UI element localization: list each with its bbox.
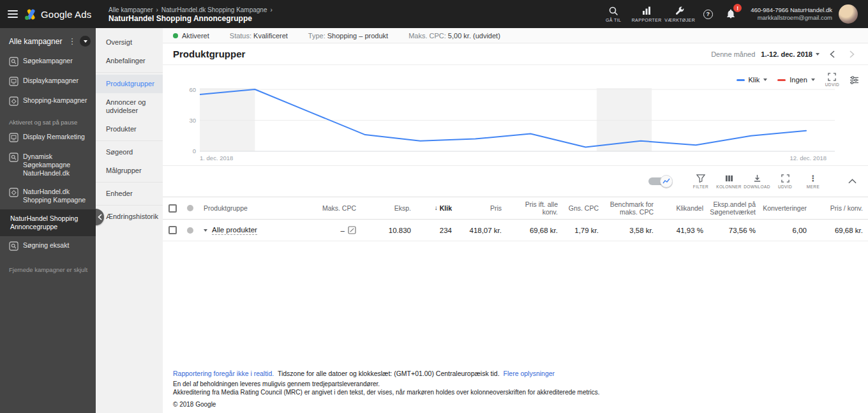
adgroup-subnav: Oversigt Anbefalinger Produktgrupper Ann… xyxy=(96,28,163,413)
wrench-icon xyxy=(675,6,685,16)
google-ads-app: Google Ads Alle kampagner › NaturHandel.… xyxy=(0,0,868,413)
pris-alle-konv-value: 69,68 kr. xyxy=(507,225,563,236)
header-benchmark-maks-cpc[interactable]: Benchmark for maks. CPC xyxy=(604,199,659,217)
status-state-text: Aktiveret xyxy=(182,32,209,40)
sidebar-header[interactable]: Alle kampagner ⋮ xyxy=(0,28,96,52)
breadcrumb-current-page: NaturHandel Shopping Annoncegruppe xyxy=(108,15,273,23)
benchmark-value: 3,58 kr. xyxy=(604,225,659,236)
sidebar-header-label: Alle kampagner xyxy=(9,37,68,46)
header-gns-cpc[interactable]: Gns. CPC xyxy=(563,203,604,213)
sidebar-item-dynamisk-sogekampagne[interactable]: Dynamisk Søgekampagne NaturHandel.dk xyxy=(0,147,96,183)
header-maks-cpc[interactable]: Maks. CPC xyxy=(304,203,361,213)
y-axis-tick: 30 xyxy=(182,117,196,124)
subnav-item-sogeord[interactable]: Søgeord xyxy=(96,143,163,161)
chart-expand-button[interactable]: UDVID xyxy=(825,73,839,87)
sidebar-item-sogning-eksakt[interactable]: Søgning eksakt xyxy=(0,236,96,256)
learn-more-link[interactable]: Flere oplysninger xyxy=(504,370,555,377)
date-range-selector[interactable]: 1.-12. dec. 2018 xyxy=(761,50,819,58)
expand-table-button[interactable]: UDVID xyxy=(771,174,799,189)
collapse-panel-button[interactable] xyxy=(841,179,863,184)
caret-down-icon xyxy=(84,40,87,43)
sidebar-item-naturhandel-shopping-kampagne[interactable]: NaturHandel.dk Shopping Kampagne xyxy=(0,183,96,209)
caret-down-icon xyxy=(811,79,815,81)
metric-selector-1[interactable]: Klik xyxy=(737,76,768,84)
subnav-item-produkter[interactable]: Produkter xyxy=(96,120,163,139)
notifications-button[interactable]: ! xyxy=(720,3,742,25)
sidebar-item-naturhandel-shopping-annoncegruppe[interactable]: NaturHandel Shopping Annoncegruppe xyxy=(0,209,96,236)
subnav-item-aendringshistorik[interactable]: Ændringshistorik xyxy=(96,207,163,226)
breadcrumb-separator-icon: › xyxy=(271,6,273,14)
select-all-checkbox[interactable] xyxy=(168,204,177,213)
prev-period-button[interactable] xyxy=(825,47,839,61)
header-eksp[interactable]: Eksp. xyxy=(361,203,416,213)
next-period-button[interactable] xyxy=(845,47,859,61)
avatar[interactable] xyxy=(839,4,858,24)
table-row-alle-produkter: Alle produkter – 10.830 234 418,07 kr. 6… xyxy=(163,220,868,241)
sidebar-item-shopping-kampagner[interactable]: Shopping-kampagner xyxy=(0,91,96,111)
search-campaign-icon xyxy=(9,57,19,66)
tools-button[interactable]: VÆRKTØJER xyxy=(664,6,696,22)
header-pris-alle-konv[interactable]: Pris ift. alle konv. xyxy=(507,199,563,217)
expand-icon xyxy=(781,174,789,183)
download-button[interactable]: DOWNLOAD xyxy=(743,174,771,189)
campaign-sidebar: Alle kampagner ⋮ Søgekampagner Displ xyxy=(0,28,96,413)
account-id: 460-984-7966 NaturHandel.dk xyxy=(751,6,832,14)
row-checkbox[interactable] xyxy=(168,226,177,234)
account-info[interactable]: 460-984-7966 NaturHandel.dk markkallstro… xyxy=(751,6,832,22)
chart-settings-button[interactable] xyxy=(849,75,859,85)
account-email: markkallstroem@gmail.com xyxy=(751,14,832,22)
help-icon: ? xyxy=(703,10,713,19)
header-klik[interactable]: ↓ Klik xyxy=(416,203,457,213)
subnav-item-anbefalinger[interactable]: Anbefalinger xyxy=(96,52,163,70)
product-group-name[interactable]: Alle produkter xyxy=(212,226,257,235)
inventory-note: En del af beholdningen leveres muligvis … xyxy=(173,380,858,389)
sidebar-item-displaykampagner[interactable]: Displaykampagner xyxy=(0,71,96,91)
status-bar: Aktiveret Status:Kvalificeret Type:Shopp… xyxy=(163,28,868,43)
header-produktgruppe[interactable]: Produktgruppe xyxy=(198,203,304,213)
edit-bid-icon[interactable] xyxy=(348,226,356,234)
chart-controls: Klik Ingen UDVID xyxy=(737,73,860,87)
sidebar-item-sogekampagner[interactable]: Søgekampagner xyxy=(0,52,96,71)
caret-down-icon xyxy=(816,53,819,56)
menu-icon[interactable] xyxy=(8,10,18,18)
header-eksp-andel[interactable]: Eksp.andel på Søgenetværket xyxy=(708,199,761,217)
sidebar-item-label: Søgning eksakt xyxy=(23,241,69,250)
shopping-campaign-icon xyxy=(9,188,19,197)
more-button[interactable]: ⋮ MERE xyxy=(799,174,827,189)
header-pris[interactable]: Pris xyxy=(457,203,507,213)
go-to-button[interactable]: GÅ TIL xyxy=(597,6,629,22)
breadcrumb: Alle kampagner › NaturHandel.dk Shopping… xyxy=(108,6,273,23)
chevron-left-icon xyxy=(830,50,835,58)
help-button[interactable]: ? xyxy=(697,3,719,25)
filter-button[interactable]: FILTER xyxy=(687,174,715,189)
realtime-reporting-link[interactable]: Rapportering foregår ikke i realtid. xyxy=(173,370,274,377)
header-konverteringer[interactable]: Konverteringer xyxy=(761,203,812,213)
table-header-row: Produktgruppe Maks. CPC Eksp. ↓ Klik Pri… xyxy=(163,197,868,220)
search-icon xyxy=(608,6,618,16)
metric-selector-2[interactable]: Ingen xyxy=(777,76,815,84)
clicks-series-line xyxy=(200,89,806,147)
columns-button[interactable]: KOLONNER xyxy=(715,174,743,189)
sidebar-item-display-remarketing[interactable]: Display Remarketing xyxy=(0,128,96,147)
enabled-status[interactable]: Aktiveret xyxy=(173,32,209,40)
header-pris-konv[interactable]: Pris / konv. xyxy=(812,203,868,213)
subnav-item-enheder[interactable]: Enheder xyxy=(96,184,163,203)
breadcrumb-all-campaigns[interactable]: Alle kampagner xyxy=(108,6,153,14)
display-campaign-icon xyxy=(9,133,19,142)
subnav-item-produktgrupper[interactable]: Produktgrupper xyxy=(96,75,163,93)
campaigns-dropdown-button[interactable] xyxy=(80,36,91,47)
more-vertical-icon[interactable]: ⋮ xyxy=(68,36,77,46)
copyright: © 2018 Google xyxy=(173,401,858,408)
chevron-up-icon xyxy=(848,179,857,184)
breadcrumb-campaign[interactable]: NaturHandel.dk Shopping Kampagne xyxy=(161,6,267,14)
chart-toggle[interactable] xyxy=(648,175,673,188)
expand-row-button[interactable] xyxy=(204,229,207,232)
header-klikandel[interactable]: Klikandel xyxy=(659,203,708,213)
subnav-item-annoncer-og-udvidelser[interactable]: Annoncer og udvidelser xyxy=(96,93,163,120)
google-ads-logo[interactable]: Google Ads xyxy=(24,8,92,20)
gns-cpc-value: 1,79 kr. xyxy=(563,225,604,236)
pris-konv-value: 69,68 kr. xyxy=(812,225,868,236)
reports-button[interactable]: RAPPORTER xyxy=(631,6,662,22)
subnav-item-malgrupper[interactable]: Målgrupper xyxy=(96,161,163,180)
subnav-item-oversigt[interactable]: Oversigt xyxy=(96,33,163,52)
